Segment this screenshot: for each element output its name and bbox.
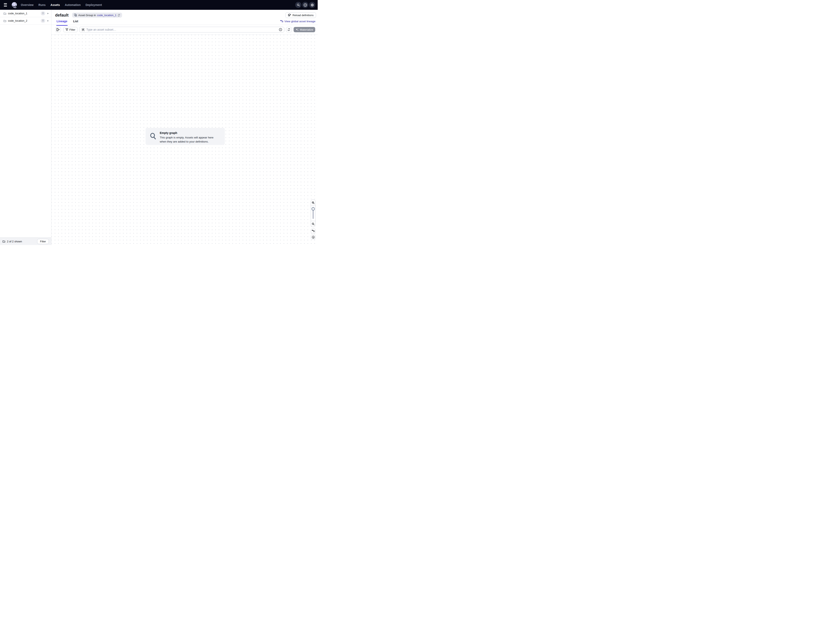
sidebar-item-label: code_location_2 [8, 19, 28, 22]
tab-lineage[interactable]: Lineage [56, 18, 68, 26]
asset-group-badge-text: Asset Group in [78, 14, 96, 17]
lineage-graph-icon [312, 230, 315, 233]
zoom-slider [311, 206, 315, 221]
magnifier-icon [150, 133, 156, 140]
download-graph-button[interactable] [311, 234, 316, 239]
asset-subset-input[interactable] [86, 28, 277, 31]
sync-icon[interactable] [118, 14, 120, 16]
zoom-control-group [311, 200, 316, 227]
dagster-app: Overview Runs Assets Automation Deployme… [0, 0, 318, 245]
info-icon[interactable] [279, 28, 282, 31]
empty-graph-description: This graph is empty. Assets will appear … [160, 136, 220, 144]
gear-icon [310, 3, 314, 7]
sidebar-item-label: code_location_1 [8, 12, 28, 15]
settings-button[interactable] [309, 2, 315, 8]
folder-icon [3, 12, 6, 15]
page-title: default [55, 13, 68, 18]
reload-cube-icon [288, 13, 291, 17]
hamburger-menu-icon[interactable] [3, 2, 8, 8]
search-icon [297, 3, 300, 7]
asset-graph-canvas[interactable]: Empty graph This graph is empty. Assets … [52, 34, 318, 245]
sidebar-item-code-location-1[interactable]: code_location_1 0 [0, 10, 51, 17]
folder-icon [3, 20, 6, 22]
materialize-button[interactable]: Materialize [294, 27, 315, 32]
materialize-label: Materialize [300, 28, 313, 31]
shown-count-label: 2 of 2 shown [7, 240, 22, 243]
nav-item-overview[interactable]: Overview [21, 3, 34, 7]
asset-count-badge: 0 [41, 19, 45, 23]
sidebar-item-code-location-2[interactable]: code_location_2 0 [0, 17, 51, 24]
view-global-asset-lineage-label: View global asset lineage [284, 20, 315, 23]
empty-graph-title: Empty graph [160, 131, 220, 135]
folder-icon [2, 240, 5, 243]
sidebar-footer: 2 of 2 shown Filter [0, 237, 51, 245]
empty-graph-text: Empty graph This graph is empty. Assets … [160, 131, 220, 144]
zoom-out-icon [312, 223, 315, 225]
zoom-in-icon [312, 201, 315, 204]
nav-item-automation[interactable]: Automation [65, 3, 81, 7]
nav-item-runs[interactable]: Runs [38, 3, 45, 7]
page-header: default Asset Group in code_location_1 [52, 10, 318, 18]
empty-graph-card: Empty graph This graph is empty. Assets … [146, 128, 225, 145]
graph-filter-button[interactable]: Filter [63, 27, 78, 32]
refresh-graph-button[interactable] [286, 27, 292, 32]
asset-count-badge: 0 [41, 11, 45, 15]
tabs-bar: Lineage List View global asset lineage [52, 18, 318, 25]
fit-graph-button[interactable] [311, 228, 316, 233]
download-icon [312, 236, 315, 239]
nav-item-deployment[interactable]: Deployment [86, 3, 102, 7]
top-nav: Overview Runs Assets Automation Deployme… [0, 0, 318, 10]
sidebar-filter-button[interactable]: Filter [37, 239, 49, 244]
search-button[interactable] [295, 2, 301, 8]
reload-definitions-button[interactable]: Reload definitions [286, 13, 316, 18]
graph-filter-label: Filter [70, 28, 75, 31]
reload-definitions-label: Reload definitions [292, 14, 314, 17]
nav-right-actions: ? [295, 2, 315, 8]
asset-group-icon [74, 13, 77, 17]
help-icon: ? [304, 3, 307, 7]
tab-list[interactable]: List [73, 18, 78, 26]
graph-toolbar: Filter [52, 25, 318, 34]
code-location-link[interactable]: code_location_1 [97, 14, 117, 17]
svg-text:?: ? [305, 4, 306, 6]
chevron-right-icon[interactable] [47, 20, 49, 22]
dagster-logo-icon[interactable] [11, 2, 18, 8]
asset-group-badge: Asset Group in code_location_1 [72, 13, 122, 18]
open-panel-icon [57, 28, 60, 31]
toggle-sidebar-panel-button[interactable] [55, 27, 61, 32]
lineage-graph-icon [280, 20, 283, 23]
filter-funnel-icon [65, 28, 68, 31]
view-global-asset-lineage-link[interactable]: View global asset lineage [280, 20, 315, 23]
nav-item-assets[interactable]: Assets [50, 3, 60, 7]
refresh-icon [288, 28, 290, 31]
zoom-slider-knob[interactable] [312, 207, 315, 210]
asset-groups-sidebar: code_location_1 0 code_location_2 0 2 of… [0, 10, 52, 245]
zoom-in-button[interactable] [311, 200, 315, 206]
nav-links: Overview Runs Assets Automation Deployme… [21, 3, 102, 7]
zoom-out-button[interactable] [311, 221, 315, 227]
help-button[interactable]: ? [302, 2, 308, 8]
asset-subset-search [79, 27, 284, 33]
sparkles-icon [296, 28, 299, 31]
chevron-right-icon[interactable] [47, 13, 49, 15]
main-pane: default Asset Group in code_location_1 [52, 10, 318, 245]
asset-subset-icon [81, 28, 85, 31]
